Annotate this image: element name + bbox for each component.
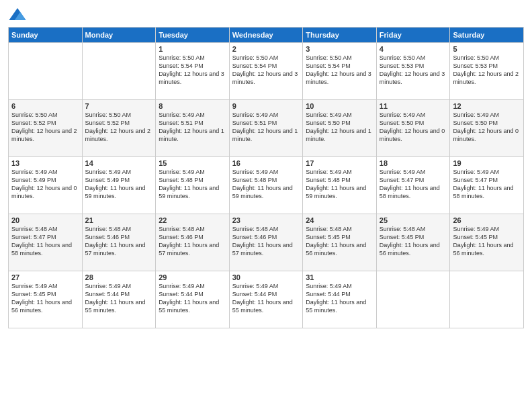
day-info: Sunrise: 5:49 AM Sunset: 5:44 PM Dayligh… [306,282,373,315]
day-info: Sunrise: 5:49 AM Sunset: 5:44 PM Dayligh… [85,282,153,315]
calendar-cell: 10Sunrise: 5:49 AM Sunset: 5:50 PM Dayli… [303,100,377,157]
day-info: Sunrise: 5:49 AM Sunset: 5:48 PM Dayligh… [159,168,226,201]
day-info: Sunrise: 5:49 AM Sunset: 5:45 PM Dayligh… [11,282,79,315]
day-number: 10 [306,102,373,110]
day-number: 12 [453,102,521,110]
calendar-cell: 4Sunrise: 5:50 AM Sunset: 5:53 PM Daylig… [376,43,450,100]
calendar-cell [376,271,450,328]
day-number: 7 [85,102,153,110]
weekday-saturday: Saturday [450,28,524,43]
day-info: Sunrise: 5:49 AM Sunset: 5:44 PM Dayligh… [232,282,300,315]
calendar-cell: 24Sunrise: 5:48 AM Sunset: 5:45 PM Dayli… [303,214,377,271]
day-number: 16 [232,159,300,167]
logo-icon [8,7,27,21]
weekday-monday: Monday [82,28,156,43]
day-number: 13 [11,159,79,167]
day-info: Sunrise: 5:50 AM Sunset: 5:53 PM Dayligh… [453,54,521,87]
calendar-cell: 14Sunrise: 5:49 AM Sunset: 5:49 PM Dayli… [82,157,156,214]
calendar-cell: 20Sunrise: 5:48 AM Sunset: 5:47 PM Dayli… [9,214,83,271]
calendar-cell: 3Sunrise: 5:50 AM Sunset: 5:54 PM Daylig… [303,43,377,100]
day-number: 17 [306,159,373,167]
day-info: Sunrise: 5:49 AM Sunset: 5:48 PM Dayligh… [232,168,300,201]
day-info: Sunrise: 5:49 AM Sunset: 5:51 PM Dayligh… [232,111,300,144]
day-number: 22 [159,216,226,224]
calendar-cell: 22Sunrise: 5:48 AM Sunset: 5:46 PM Dayli… [156,214,230,271]
calendar-cell: 2Sunrise: 5:50 AM Sunset: 5:54 PM Daylig… [229,43,303,100]
calendar-cell: 30Sunrise: 5:49 AM Sunset: 5:44 PM Dayli… [229,271,303,328]
calendar-cell: 17Sunrise: 5:49 AM Sunset: 5:48 PM Dayli… [303,157,377,214]
calendar-cell: 8Sunrise: 5:49 AM Sunset: 5:51 PM Daylig… [156,100,230,157]
day-info: Sunrise: 5:50 AM Sunset: 5:54 PM Dayligh… [306,54,373,87]
day-number: 14 [85,159,153,167]
week-row-5: 27Sunrise: 5:49 AM Sunset: 5:45 PM Dayli… [9,271,524,328]
calendar-cell: 19Sunrise: 5:49 AM Sunset: 5:47 PM Dayli… [450,157,524,214]
weekday-sunday: Sunday [9,28,83,43]
week-row-3: 13Sunrise: 5:49 AM Sunset: 5:49 PM Dayli… [9,157,524,214]
calendar-cell: 6Sunrise: 5:50 AM Sunset: 5:52 PM Daylig… [9,100,83,157]
day-number: 28 [85,273,153,281]
day-info: Sunrise: 5:48 AM Sunset: 5:46 PM Dayligh… [159,225,226,258]
weekday-header-row: SundayMondayTuesdayWednesdayThursdayFrid… [9,28,524,43]
day-info: Sunrise: 5:49 AM Sunset: 5:45 PM Dayligh… [453,225,521,258]
weekday-thursday: Thursday [303,28,377,43]
day-number: 6 [11,102,79,110]
day-info: Sunrise: 5:49 AM Sunset: 5:44 PM Dayligh… [159,282,226,315]
day-number: 31 [306,273,373,281]
day-number: 15 [159,159,226,167]
calendar-cell: 1Sunrise: 5:50 AM Sunset: 5:54 PM Daylig… [156,43,230,100]
day-info: Sunrise: 5:48 AM Sunset: 5:46 PM Dayligh… [85,225,153,258]
day-info: Sunrise: 5:50 AM Sunset: 5:52 PM Dayligh… [85,111,153,144]
main-container: SundayMondayTuesdayWednesdayThursdayFrid… [0,0,532,335]
day-number: 23 [232,216,300,224]
day-number: 4 [380,45,447,53]
day-info: Sunrise: 5:48 AM Sunset: 5:47 PM Dayligh… [11,225,79,258]
day-info: Sunrise: 5:49 AM Sunset: 5:49 PM Dayligh… [11,168,79,201]
day-number: 20 [11,216,79,224]
weekday-wednesday: Wednesday [229,28,303,43]
day-info: Sunrise: 5:49 AM Sunset: 5:47 PM Dayligh… [380,168,447,201]
day-number: 27 [11,273,79,281]
calendar-cell: 23Sunrise: 5:48 AM Sunset: 5:46 PM Dayli… [229,214,303,271]
day-info: Sunrise: 5:48 AM Sunset: 5:45 PM Dayligh… [380,225,447,258]
calendar-table: SundayMondayTuesdayWednesdayThursdayFrid… [8,27,524,328]
calendar-cell: 21Sunrise: 5:48 AM Sunset: 5:46 PM Dayli… [82,214,156,271]
day-number: 24 [306,216,373,224]
day-info: Sunrise: 5:49 AM Sunset: 5:49 PM Dayligh… [85,168,153,201]
calendar-cell: 25Sunrise: 5:48 AM Sunset: 5:45 PM Dayli… [376,214,450,271]
logo [8,7,30,21]
calendar-cell [82,43,156,100]
calendar-cell: 13Sunrise: 5:49 AM Sunset: 5:49 PM Dayli… [9,157,83,214]
day-info: Sunrise: 5:49 AM Sunset: 5:50 PM Dayligh… [306,111,373,144]
calendar-cell [450,271,524,328]
day-info: Sunrise: 5:49 AM Sunset: 5:51 PM Dayligh… [159,111,226,144]
day-number: 18 [380,159,447,167]
calendar-cell: 18Sunrise: 5:49 AM Sunset: 5:47 PM Dayli… [376,157,450,214]
calendar-cell: 29Sunrise: 5:49 AM Sunset: 5:44 PM Dayli… [156,271,230,328]
header [8,7,524,21]
calendar-cell: 9Sunrise: 5:49 AM Sunset: 5:51 PM Daylig… [229,100,303,157]
day-info: Sunrise: 5:49 AM Sunset: 5:50 PM Dayligh… [380,111,447,144]
calendar-cell: 27Sunrise: 5:49 AM Sunset: 5:45 PM Dayli… [9,271,83,328]
calendar-cell: 12Sunrise: 5:49 AM Sunset: 5:50 PM Dayli… [450,100,524,157]
day-info: Sunrise: 5:50 AM Sunset: 5:54 PM Dayligh… [159,54,226,87]
calendar-cell: 11Sunrise: 5:49 AM Sunset: 5:50 PM Dayli… [376,100,450,157]
weekday-tuesday: Tuesday [156,28,230,43]
calendar-cell [9,43,83,100]
day-info: Sunrise: 5:50 AM Sunset: 5:53 PM Dayligh… [380,54,447,87]
day-info: Sunrise: 5:48 AM Sunset: 5:46 PM Dayligh… [232,225,300,258]
day-number: 26 [453,216,521,224]
week-row-2: 6Sunrise: 5:50 AM Sunset: 5:52 PM Daylig… [9,100,524,157]
calendar-cell: 5Sunrise: 5:50 AM Sunset: 5:53 PM Daylig… [450,43,524,100]
day-info: Sunrise: 5:49 AM Sunset: 5:50 PM Dayligh… [453,111,521,144]
day-number: 9 [232,102,300,110]
day-number: 8 [159,102,226,110]
day-info: Sunrise: 5:50 AM Sunset: 5:52 PM Dayligh… [11,111,79,144]
day-number: 5 [453,45,521,53]
day-number: 11 [380,102,447,110]
calendar-cell: 28Sunrise: 5:49 AM Sunset: 5:44 PM Dayli… [82,271,156,328]
week-row-4: 20Sunrise: 5:48 AM Sunset: 5:47 PM Dayli… [9,214,524,271]
day-info: Sunrise: 5:49 AM Sunset: 5:48 PM Dayligh… [306,168,373,201]
day-info: Sunrise: 5:49 AM Sunset: 5:47 PM Dayligh… [453,168,521,201]
calendar-cell: 16Sunrise: 5:49 AM Sunset: 5:48 PM Dayli… [229,157,303,214]
calendar-cell: 31Sunrise: 5:49 AM Sunset: 5:44 PM Dayli… [303,271,377,328]
